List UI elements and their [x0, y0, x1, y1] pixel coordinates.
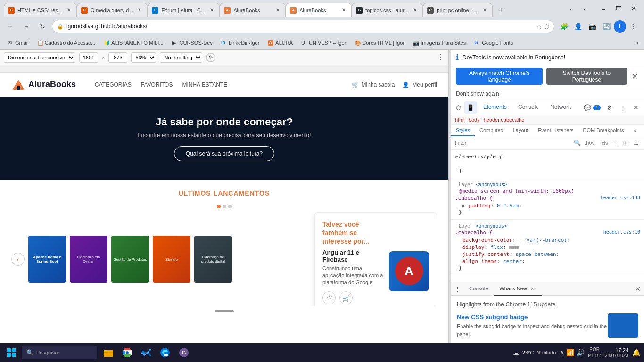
whatsnew-tab-close[interactable]: ✕ [529, 285, 537, 292]
bookmark-linkedin[interactable]: in LinkeDin-Igor [217, 38, 263, 48]
add-style-button[interactable]: + [612, 139, 619, 147]
close-button[interactable]: ✕ [627, 2, 640, 15]
computed-tab[interactable]: Computed [475, 125, 508, 136]
up-arrow-icon[interactable]: ∧ [560, 349, 564, 356]
console-bottom-tab[interactable]: Console [463, 283, 494, 295]
address-bar[interactable]: 🔒 igorodsilva.github.io/alurabooks/ ☆ ⬡ [52, 20, 554, 33]
filter-input[interactable] [455, 140, 572, 146]
anonymous-link[interactable]: <anonymous> [476, 182, 507, 187]
taskbar-app-vscode[interactable] [138, 344, 155, 361]
cls-filter-button[interactable]: .cls [598, 139, 610, 147]
tab-more-icon[interactable]: » [577, 101, 580, 113]
tab-media-query[interactable]: O O media query d... ✕ [77, 3, 148, 17]
match-language-button[interactable]: Always match Chrome's language [456, 68, 543, 85]
book-item[interactable]: Gestão de Produtos [111, 236, 149, 283]
taskbar-search[interactable]: 🔍 Pesquisar [22, 346, 97, 359]
prop-value-display[interactable]: flex [491, 244, 504, 250]
tab-close-icon[interactable]: ✕ [65, 7, 73, 14]
tab-network[interactable]: Network [545, 101, 577, 114]
width-input[interactable] [79, 52, 98, 63]
whatsnew-tab[interactable]: What's New ✕ [494, 282, 542, 296]
notification-close-button[interactable]: ✕ [631, 72, 639, 81]
book-item[interactable]: Liderança de produto digital [194, 236, 232, 283]
layout-tab[interactable]: Layout [508, 125, 533, 136]
dot-3[interactable] [228, 205, 232, 208]
hero-cta-button[interactable]: Qual será sua próxima leitura? [174, 146, 274, 161]
tab-close-icon[interactable]: ✕ [274, 7, 281, 14]
tab-close-icon[interactable]: ✕ [136, 7, 143, 14]
dont-show-again-link[interactable]: Don't show again [456, 90, 499, 97]
height-input[interactable] [108, 52, 127, 63]
tab-alurabooks-active[interactable]: A AluraBooks ✕ [286, 3, 352, 17]
bookmark-cores[interactable]: 🎨 Cores HTML | Igor [351, 38, 408, 48]
tab-html-css[interactable]: H HTML e CSS: res... ✕ [4, 3, 77, 17]
book-item[interactable]: Apache Kafka e Spring Boot [28, 236, 66, 283]
prop-value-justify[interactable]: space-between [516, 251, 556, 257]
user-avatar[interactable]: I [614, 20, 626, 33]
more-options-icon[interactable]: ⋮ [437, 53, 445, 62]
tab-close-icon[interactable]: ✕ [340, 7, 347, 14]
tab-scroll-right[interactable]: › [578, 2, 591, 15]
screenshot-icon[interactable]: 📷 [586, 20, 599, 33]
book-item[interactable]: Liderança em Design [70, 236, 107, 283]
source-link[interactable]: header.css:138 [601, 195, 640, 200]
tab-close-icon[interactable]: ✕ [208, 7, 215, 14]
taskbar-time[interactable]: 17:24 28/07/2023 [605, 347, 628, 358]
breadcrumb-body[interactable]: body [469, 117, 480, 123]
hov-filter-button[interactable]: :hov [583, 139, 596, 147]
maximize-button[interactable]: 🗖 [612, 2, 625, 15]
bookmark-cursos[interactable]: ▶ CURSOS-Dev [168, 38, 216, 48]
network-icon[interactable]: 📶 [566, 349, 574, 356]
more-options-icon[interactable]: ⋮ [617, 101, 629, 114]
tab-print[interactable]: P print pc online - ... ✕ [423, 3, 492, 17]
tab-console[interactable]: Console [512, 101, 545, 114]
breadcrumb-header[interactable]: header.cabecalho [484, 117, 525, 123]
inspect-element-icon[interactable]: ⬡ [452, 101, 464, 114]
extensions-button[interactable]: 🧩 [557, 20, 570, 33]
volume-icon[interactable]: 🔊 [576, 349, 584, 356]
tab-github[interactable]: G topicos.css - alur... ✕ [352, 3, 423, 17]
nav-favoritos[interactable]: FAVORITOS [141, 82, 173, 88]
prop-value[interactable]: 0 2.5em [497, 203, 519, 209]
breadcrumb-html[interactable]: html [455, 117, 465, 123]
prop-value-bg[interactable]: var(--branco) [527, 237, 567, 243]
bookmark-star-icon[interactable]: ☆ [537, 23, 542, 30]
dimensions-select[interactable]: Dimensions: Responsive [4, 52, 75, 63]
notification-icon[interactable]: 🔔 [632, 349, 640, 356]
more-styles-tab[interactable]: » [628, 125, 641, 136]
expand-icon[interactable]: ▶ [462, 203, 466, 209]
dot-1[interactable] [217, 205, 221, 208]
zoom-select[interactable]: 56% [131, 52, 156, 63]
bookmark-cadastro[interactable]: 📋 Cadastro do Acesso... [33, 38, 99, 48]
tab-close-icon[interactable]: ✕ [481, 7, 488, 14]
styles-tab[interactable]: Styles [451, 125, 475, 136]
color-swatch[interactable] [519, 239, 522, 242]
settings-icon[interactable]: ⚙ [603, 101, 616, 114]
book-item[interactable]: Startup [153, 236, 190, 283]
profile-icon[interactable]: 👤 [571, 20, 585, 33]
profile-button[interactable]: 👤 Meu perfil [402, 82, 437, 88]
taskbar-app-edge[interactable] [157, 344, 173, 361]
bookmark-univesp[interactable]: U UNIVESP – Igor [297, 38, 350, 48]
bottom-panel-close-button[interactable]: ✕ [632, 283, 644, 295]
forward-button[interactable]: → [20, 20, 33, 33]
sync-icon[interactable]: 🔄 [600, 20, 613, 33]
tab-elements[interactable]: Elements [478, 101, 512, 114]
new-tab-button[interactable]: + [495, 4, 508, 17]
dot-2[interactable] [223, 205, 226, 208]
bookmark-gmail[interactable]: ✉ Gmail [4, 38, 33, 48]
event-listeners-tab[interactable]: Event Listeners [533, 125, 578, 136]
anonymous-link-2[interactable]: <anonymous> [476, 223, 507, 229]
share-icon[interactable]: ⬡ [544, 23, 549, 30]
nav-estante[interactable]: MINHA ESTANTE [182, 82, 227, 88]
source-link-2[interactable]: header.css:10 [603, 230, 640, 235]
copy-style-button[interactable]: ⊞ [620, 138, 630, 148]
cart-button[interactable]: 🛒 Minha sacola [352, 82, 395, 88]
back-button[interactable]: ← [4, 20, 17, 33]
bottom-panel-icon[interactable]: ⋮ [451, 283, 463, 295]
devtools-close-button[interactable]: ✕ [630, 101, 642, 114]
bookmarks-more[interactable]: » [633, 40, 640, 46]
prop-value-align[interactable]: center [503, 258, 522, 264]
featured-cart-button[interactable]: 🛒 [339, 291, 353, 304]
taskbar-app-chrome[interactable] [119, 344, 136, 361]
